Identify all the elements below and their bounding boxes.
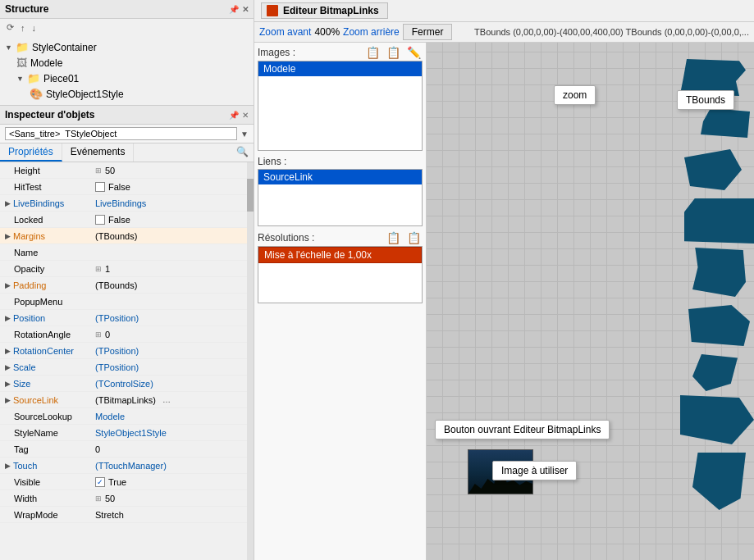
links-item-sourcelink[interactable]: SourceLink [258, 170, 422, 184]
inspector-search-icon[interactable]: 🔍 [231, 143, 254, 162]
prop-position-name: ▶ Position [5, 313, 95, 323]
expand-arrow-piece01: ▼ [16, 75, 24, 83]
zoom-tooltip: zoom [554, 85, 596, 105]
prop-visible-value[interactable]: ✓ True [95, 477, 242, 487]
prop-locked-value[interactable]: False [95, 215, 242, 225]
object-selector[interactable]: <Sans_titre> TStyleObject [5, 127, 237, 140]
resolutions-section-header: Résolutions : 📋 📋 [258, 231, 423, 244]
rotationcenter-expand[interactable]: ▶ [5, 347, 11, 355]
tree-item-modele[interactable]: 🖼 Modele [0, 55, 254, 71]
prop-hittest-value[interactable]: False [95, 182, 242, 192]
images-item-modele[interactable]: Modele [258, 61, 422, 76]
images-remove-btn[interactable]: 📋 [385, 46, 402, 59]
editor-title-container: Editeur BitmapLinks [261, 2, 388, 19]
tree-item-styleobject1style[interactable]: 🎨 StyleObject1Style [0, 86, 254, 102]
pin-icon[interactable]: 📌 [229, 5, 239, 14]
zoom-avant-link[interactable]: Zoom avant [259, 26, 311, 38]
stylecontainer-label: StyleContainer [32, 42, 97, 53]
up-btn[interactable]: ↑ [19, 22, 27, 34]
tab-events[interactable]: Evénements [62, 143, 135, 162]
prop-livebindings-name: ▶ LiveBindings [5, 198, 95, 208]
styleobject1style-label: StyleObject1Style [46, 89, 124, 100]
prop-height-value[interactable]: ⊞ 50 [95, 166, 242, 175]
refresh-btn[interactable]: ⟳ [5, 21, 16, 34]
prop-touch: ▶ Touch (TTouchManager) [0, 458, 247, 474]
images-edit-btn[interactable]: ✏️ [405, 46, 423, 59]
prop-scale: ▶ Scale (TPosition) [0, 359, 247, 376]
images-add-btn[interactable]: 📋 [364, 46, 382, 59]
prop-sourcelookup-value[interactable]: Modele [95, 412, 242, 421]
prop-popupmenu: PopupMenu [0, 294, 247, 310]
editor-title-text: Editeur BitmapLinks [283, 5, 379, 16]
sourcelink-expand[interactable]: ▶ [5, 396, 11, 404]
prop-width-value[interactable]: ⊞ 50 [95, 494, 242, 503]
margins-expand[interactable]: ▶ [5, 232, 11, 240]
inspector-close-icon[interactable]: ✕ [242, 111, 249, 120]
prop-locked-name: Locked [5, 215, 95, 225]
prop-touch-name: ▶ Touch [5, 461, 95, 471]
prop-margins-name: ▶ Margins [5, 231, 95, 241]
size-expand[interactable]: ▶ [5, 380, 11, 388]
width-icon: ⊞ [95, 494, 102, 503]
structure-panel: Structure 📌 ✕ ⟳ ↑ ↓ ▼ 📁 StyleContainer 🖼… [0, 0, 254, 106]
resolutions-add-btn[interactable]: 📋 [385, 231, 402, 244]
prop-tag: Tag 0 [0, 441, 247, 458]
properties-scrollbar[interactable] [247, 162, 254, 560]
selector-dropdown-arrow[interactable]: ▼ [240, 130, 249, 139]
prop-position-value[interactable]: (TPosition) [95, 313, 242, 323]
resolutions-label: Résolutions : [258, 232, 314, 244]
prop-rotationcenter-value[interactable]: (TPosition) [95, 346, 242, 356]
down-btn[interactable]: ↓ [30, 22, 39, 34]
images-section: Images : 📋 📋 ✏️ Modele [258, 46, 423, 151]
opacity-icon: ⊞ [95, 265, 102, 273]
prop-touch-value[interactable]: (TTouchManager) [95, 461, 242, 471]
fermer-button[interactable]: Fermer [403, 24, 453, 40]
sourcelink-edit-icon[interactable]: … [162, 395, 171, 404]
inspector-title: Inspecteur d'objets [5, 109, 95, 121]
structure-header: Structure 📌 ✕ [0, 0, 254, 19]
inspector-pin-icon[interactable]: 📌 [229, 111, 239, 120]
resolutions-item-1x[interactable]: Mise à l'échelle de 1,00x [258, 247, 422, 263]
prop-padding-value[interactable]: (TBounds) [95, 280, 242, 290]
prop-sourcelink-value[interactable]: (TBitmapLinks) … [95, 395, 242, 405]
stylecontainer-icon: 📁 [16, 41, 29, 53]
visible-checkbox[interactable]: ✓ [95, 477, 105, 487]
padding-expand[interactable]: ▶ [5, 281, 11, 289]
inspector-selector-row: <Sans_titre> TStyleObject ▼ [0, 125, 254, 143]
prop-rotationangle-value[interactable]: ⊞ 0 [95, 330, 242, 339]
prop-livebindings-value[interactable]: LiveBindings [95, 198, 242, 208]
prop-size: ▶ Size (TControlSize) [0, 376, 247, 392]
prop-wrapmode-value[interactable]: Stretch [95, 510, 242, 520]
prop-margins-value[interactable]: (TBounds) [95, 231, 242, 241]
prop-opacity-value[interactable]: ⊞ 1 [95, 264, 242, 274]
prop-tag-value[interactable]: 0 [95, 444, 242, 454]
tab-properties[interactable]: Propriétés [0, 143, 62, 162]
prop-position: ▶ Position (TPosition) [0, 310, 247, 326]
prop-size-value[interactable]: (TControlSize) [95, 379, 242, 389]
prop-visible-name: Visible [5, 477, 95, 487]
structure-close-icon[interactable]: ✕ [242, 5, 249, 14]
images-section-header: Images : 📋 📋 ✏️ [258, 46, 423, 59]
position-expand[interactable]: ▶ [5, 314, 11, 322]
editor-toolbar: Zoom avant 400% Zoom arrière Fermer TBou… [254, 22, 754, 43]
locked-checkbox[interactable] [95, 215, 105, 225]
livebindings-expand[interactable]: ▶ [5, 199, 11, 207]
resolutions-remove-btn[interactable]: 📋 [405, 231, 423, 244]
prop-padding-name: ▶ Padding [5, 280, 95, 290]
prop-rotationcenter-name: ▶ RotationCenter [5, 346, 95, 356]
canvas-shape-5 [692, 248, 746, 297]
prop-livebindings: ▶ LiveBindings LiveBindings [0, 195, 247, 212]
tree-item-stylecontainer[interactable]: ▼ 📁 StyleContainer [0, 39, 254, 55]
scroll-thumb [247, 179, 254, 212]
hittest-checkbox[interactable] [95, 182, 105, 192]
zoom-arriere-link[interactable]: Zoom arrière [343, 26, 400, 38]
scale-expand[interactable]: ▶ [5, 363, 11, 371]
prop-rotationcenter: ▶ RotationCenter (TPosition) [0, 343, 247, 359]
prop-stylename-value[interactable]: StyleObject1Style [95, 428, 242, 438]
editor-canvas: zoom TBounds Bouton ouvrant Editeur Bitm… [427, 43, 754, 560]
images-label: Images : [258, 47, 295, 58]
links-listbox: SourceLink [258, 169, 423, 226]
touch-expand[interactable]: ▶ [5, 462, 11, 470]
prop-scale-value[interactable]: (TPosition) [95, 362, 242, 372]
tree-item-piece01[interactable]: ▼ 📁 Piece01 [0, 71, 254, 86]
